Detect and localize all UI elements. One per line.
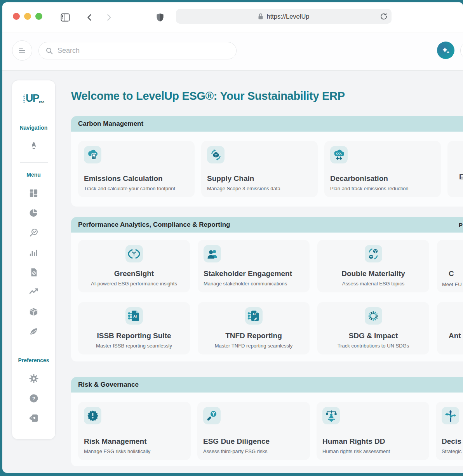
profile-button-partial[interactable] [460,42,463,59]
module-card-decarbonisation[interactable]: CO2DecarbonisationPlan and track emissio… [324,141,441,197]
module-card-ant[interactable]: Ant [437,302,463,354]
sidebar-item-doc-badge[interactable] [12,266,55,278]
module-card-issb-reporting-suite[interactable]: AIISSB Reporting SuiteMaster ISSB report… [78,302,190,354]
section-body: Emissions CalculationTrack and calculate… [71,132,463,207]
sidebar-item-gear[interactable] [12,373,55,384]
sidebar-item-logout[interactable] [12,412,55,424]
card-row: GreenSightAI-powered ESG performance ins… [78,240,460,292]
module-title: SDG & Impact [349,332,398,340]
module-card-decis[interactable]: DecisStrategic [436,402,463,460]
forward-button[interactable] [104,13,113,22]
section-title-fragment: P [459,222,463,228]
sidebar-item-help[interactable]: ? [12,393,55,404]
sidebar-toggle-icon[interactable] [61,13,70,22]
sidebar-item-leaf[interactable] [12,326,55,337]
reload-icon[interactable] [380,12,388,20]
search-input[interactable] [57,47,230,55]
module-icon-tile [125,245,143,262]
module-desc: Human rights risk assessment [322,448,423,454]
module-title: GreenSight [114,269,154,278]
address-bar[interactable]: https://LevelUp [176,9,392,24]
browser-chrome: https://LevelUp [2,2,463,33]
back-button[interactable] [85,13,94,22]
search-check-icon [29,228,39,238]
card-row: Risk ManagementManage ESG risks holistic… [78,402,460,460]
section-body: Risk ManagementManage ESG risks holistic… [71,393,463,466]
module-card-double-materiality[interactable]: Double MaterialityAssess material ESG to… [317,240,429,292]
module-desc: Manage stakeholder communications [204,281,304,287]
sdg-wheel-icon [367,310,379,322]
module-desc: Manage Scope 3 emissions data [207,186,312,191]
module-title: Emissions Calculation [84,174,189,183]
card-row: AIISSB Reporting SuiteMaster ISSB report… [78,302,460,354]
module-card-stakeholder-engagement[interactable]: Stakeholder EngagementManage stakeholder… [198,240,310,292]
module-card-c[interactable]: CMeet EU [437,240,463,292]
card-row: Emissions CalculationTrack and calculate… [78,141,460,197]
section-title: Performance Analytics, Compliance & Repo… [78,221,230,229]
section-performance-analytics-compliance-reporting: Performance Analytics, Compliance & Repo… [71,217,463,361]
maximize-window-button[interactable] [35,13,42,20]
module-desc: Plan and track emissions reduction [330,186,435,191]
lock-icon [258,13,263,20]
sidebar-item-search-check[interactable] [12,227,55,238]
minimize-window-button[interactable] [24,13,31,20]
module-card-supply-chain[interactable]: Supply ChainManage Scope 3 emissions dat… [201,141,318,197]
logout-icon [29,413,39,423]
main-panel: Welcome to LevelUp ESG®: Your Sustainabi… [71,80,463,466]
cube-sync-icon [210,149,222,161]
sidebar-item-rocket[interactable] [12,140,55,152]
module-card-human-rights-dd[interactable]: Human Rights DDHuman rights risk assessm… [317,402,429,460]
content-area: LEVEL UP ESG NavigationMenuPreferences? … [2,71,463,473]
section-carbon-management: Carbon ManagementEmissions CalculationTr… [71,116,463,207]
ai-assistant-button[interactable] [437,42,454,59]
sidebar-divider [20,162,48,163]
module-card-esg-due-diligence[interactable]: ESG Due DiligenceAssess third-party ESG … [197,402,310,460]
sidebar: LEVEL UP ESG NavigationMenuPreferences? [12,80,56,440]
ai-doc-leaf-icon: AI [247,310,260,322]
co2-cloud-icon: CO2 [332,149,346,161]
sidebar-item-bar-chart[interactable] [12,247,55,258]
module-desc: Assess material ESG topics [342,281,404,287]
help-icon: ? [29,393,39,403]
module-icon-tile [322,407,340,424]
module-card-sdg-impact[interactable]: SDG & ImpactTrack contributions to UN SD… [317,302,429,354]
sidebar-item-dashboard[interactable] [12,187,55,199]
section-title: Risk & Governance [78,381,139,389]
module-card-e[interactable]: E [447,141,463,197]
module-icon-tile [365,307,382,325]
page-title: Welcome to LevelUp ESG®: Your Sustainabi… [71,90,463,102]
section-header: Carbon Management [71,116,463,132]
sparkles-icon [441,45,451,56]
close-window-button[interactable] [13,13,20,20]
module-card-greensight[interactable]: GreenSightAI-powered ESG performance ins… [78,240,190,292]
module-card-tnfd-reporting[interactable]: AITNFD ReportingMaster TNFD reporting se… [198,302,310,354]
logo-level-text: LEVEL [23,94,25,103]
leaf-icon [29,327,38,337]
shield-icon[interactable] [156,13,164,22]
module-icon-tile [203,407,221,424]
window-controls [13,13,42,20]
module-icon-tile [84,146,101,163]
module-title: ESG Due Diligence [203,437,304,446]
sidebar-item-package[interactable] [12,306,55,318]
module-desc: Track and calculate your carbon footprin… [84,186,189,191]
svg-text:AI: AI [252,312,256,316]
module-sections: Carbon ManagementEmissions CalculationTr… [71,116,463,466]
pie-chart-icon [29,208,38,218]
sidebar-item-pie-chart[interactable] [12,207,55,219]
module-desc: Master TNFD reporting seamlessly [215,343,293,349]
module-desc: Meet EU [442,281,462,287]
module-desc: Strategic [442,448,463,454]
hamburger-menu-button[interactable] [12,40,32,61]
sidebar-divider [20,348,48,348]
package-icon [29,307,38,317]
module-card-risk-management[interactable]: Risk ManagementManage ESG risks holistic… [78,402,191,460]
module-title: Ant [449,332,461,340]
module-desc: Assess third-party ESG risks [203,448,304,454]
module-card-emissions-calculation[interactable]: Emissions CalculationTrack and calculate… [78,141,195,197]
browser-window: https://LevelUp LEVEL UP [2,2,463,473]
branch-arrows-icon [444,409,457,422]
sidebar-item-trend[interactable] [12,286,55,298]
module-icon-tile [84,407,101,424]
sidebar-section-label-navigation: Navigation [20,125,48,131]
